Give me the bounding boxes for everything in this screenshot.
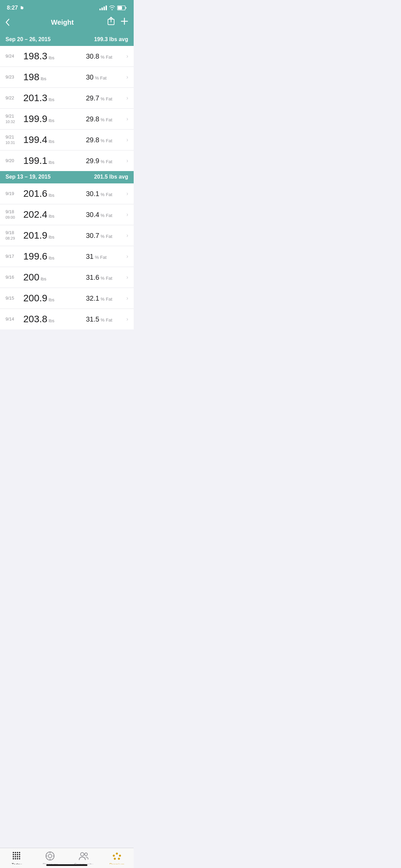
add-button[interactable]: [121, 17, 128, 27]
chevron-right-icon: ›: [126, 253, 128, 260]
week-range-2: Sep 13 – 19, 2015: [5, 174, 51, 180]
table-row[interactable]: 9/17 199.6 lbs 31 % Fat ›: [0, 246, 134, 267]
entry-fat: 29.8 % Fat: [86, 115, 124, 123]
week-header-1: Sep 20 – 26, 2015 199.3 lbs avg: [0, 34, 134, 46]
chevron-right-icon: ›: [126, 158, 128, 164]
entry-weight: 199.6 lbs: [23, 251, 86, 262]
entry-date: 9/18 09:00: [5, 209, 23, 220]
week-avg-2: 201.5 lbs avg: [94, 174, 128, 180]
entry-date: 9/20: [5, 158, 23, 164]
entry-fat: 30.7 % Fat: [86, 232, 124, 240]
entry-weight: 198 lbs: [23, 72, 86, 83]
entry-fat: 30.8 % Fat: [86, 52, 124, 60]
entry-fat: 29.7 % Fat: [86, 94, 124, 102]
table-row[interactable]: 9/24 198.3 lbs 30.8 % Fat ›: [0, 46, 134, 67]
table-row[interactable]: 9/14 203.8 lbs 31.5 % Fat ›: [0, 309, 134, 329]
chevron-right-icon: ›: [126, 137, 128, 143]
nav-actions: [107, 16, 128, 28]
location-icon: [20, 6, 24, 10]
entry-weight: 199.9 lbs: [23, 113, 86, 124]
week-header-2: Sep 13 – 19, 2015 201.5 lbs avg: [0, 171, 134, 183]
entry-weight: 199.1 lbs: [23, 155, 86, 166]
table-row[interactable]: 9/23 198 lbs 30 % Fat ›: [0, 67, 134, 88]
status-bar: 8:27: [0, 0, 134, 14]
entry-fat: 31.6 % Fat: [86, 274, 124, 281]
entry-weight: 201.6 lbs: [23, 188, 86, 199]
entry-fat: 30.4 % Fat: [86, 211, 124, 219]
table-row[interactable]: 9/18 09:00 202.4 lbs 30.4 % Fat ›: [0, 204, 134, 225]
chevron-right-icon: ›: [126, 274, 128, 280]
table-row[interactable]: 9/21 10:31 199.4 lbs 29.8 % Fat ›: [0, 130, 134, 150]
share-button[interactable]: [107, 16, 115, 28]
entry-date: 9/21 10:31: [5, 134, 23, 145]
entry-date: 9/22: [5, 95, 23, 101]
entry-weight: 200.9 lbs: [23, 293, 86, 304]
table-row[interactable]: 9/18 08:29 201.9 lbs 30.7 % Fat ›: [0, 225, 134, 246]
table-row[interactable]: 9/19 201.6 lbs 30.1 % Fat ›: [0, 183, 134, 204]
entry-weight: 198.3 lbs: [23, 51, 86, 62]
entries-list-1: 9/24 198.3 lbs 30.8 % Fat › 9/23 198 lbs…: [0, 46, 134, 171]
week-range-1: Sep 20 – 26, 2015: [5, 36, 51, 43]
chevron-right-icon: ›: [126, 295, 128, 301]
entry-date: 9/19: [5, 191, 23, 197]
wifi-icon: [109, 5, 115, 10]
entry-weight: 202.4 lbs: [23, 209, 86, 220]
chevron-right-icon: ›: [126, 212, 128, 218]
chevron-right-icon: ›: [126, 232, 128, 239]
entry-fat: 31 % Fat: [86, 253, 124, 261]
chevron-right-icon: ›: [126, 95, 128, 101]
entry-fat: 29.8 % Fat: [86, 136, 124, 144]
entries-list-2: 9/19 201.6 lbs 30.1 % Fat › 9/18 09:00 2…: [0, 183, 134, 329]
table-row[interactable]: 9/22 201.3 lbs 29.7 % Fat ›: [0, 88, 134, 109]
status-time: 8:27: [7, 5, 18, 11]
entry-date: 9/16: [5, 275, 23, 280]
chevron-right-icon: ›: [126, 191, 128, 197]
battery-icon: [117, 5, 127, 10]
nav-header: Weight: [0, 14, 134, 34]
entry-fat: 30.1 % Fat: [86, 190, 124, 198]
back-button[interactable]: [5, 19, 18, 26]
entry-weight: 201.9 lbs: [23, 230, 86, 241]
entry-date: 9/15: [5, 296, 23, 301]
entry-date: 9/23: [5, 74, 23, 80]
table-row[interactable]: 9/15 200.9 lbs 32.1 % Fat ›: [0, 288, 134, 309]
entry-date: 9/24: [5, 53, 23, 59]
entry-date: 9/21 10:32: [5, 113, 23, 124]
signal-bars: [99, 5, 107, 10]
entry-date: 9/17: [5, 254, 23, 260]
status-icons: [99, 5, 127, 10]
table-row[interactable]: 9/20 199.1 lbs 29.9 % Fat ›: [0, 150, 134, 171]
entry-date: 9/14: [5, 316, 23, 322]
table-row[interactable]: 9/21 10:32 199.9 lbs 29.8 % Fat ›: [0, 109, 134, 130]
table-row[interactable]: 9/16 200 lbs 31.6 % Fat ›: [0, 267, 134, 288]
entry-weight: 203.8 lbs: [23, 314, 86, 325]
entry-fat: 29.9 % Fat: [86, 157, 124, 165]
content-scroll: Sep 20 – 26, 2015 199.3 lbs avg 9/24 198…: [0, 34, 134, 364]
entry-weight: 201.3 lbs: [23, 93, 86, 104]
chevron-right-icon: ›: [126, 53, 128, 59]
entry-weight: 200 lbs: [23, 272, 86, 283]
page-title: Weight: [51, 19, 74, 26]
week-avg-1: 199.3 lbs avg: [94, 36, 128, 43]
chevron-right-icon: ›: [126, 116, 128, 122]
svg-rect-1: [118, 6, 122, 10]
entry-date: 9/18 08:29: [5, 230, 23, 241]
entry-fat: 30 % Fat: [86, 73, 124, 81]
chevron-right-icon: ›: [126, 316, 128, 322]
chevron-right-icon: ›: [126, 74, 128, 80]
entry-weight: 199.4 lbs: [23, 134, 86, 145]
entry-fat: 31.5 % Fat: [86, 315, 124, 323]
entry-fat: 32.1 % Fat: [86, 294, 124, 302]
